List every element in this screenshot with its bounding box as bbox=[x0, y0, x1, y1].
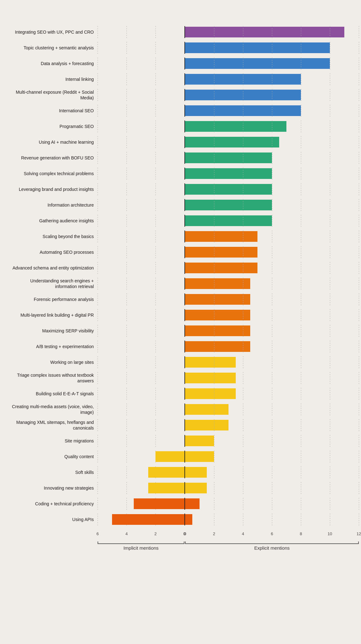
chart-row: Maximizing SERP visibility bbox=[9, 324, 352, 338]
bar-label: Programatic SEO bbox=[9, 124, 98, 129]
chart-row: Site migrations bbox=[9, 434, 352, 448]
bar-label: Triage complex issues without textbook a… bbox=[9, 372, 98, 384]
bar-label: Quality content bbox=[9, 454, 98, 459]
bar-label: Using AI + machine learning bbox=[9, 139, 98, 145]
bar-label: Managing XML sitemaps, hreflangs and can… bbox=[9, 419, 98, 431]
bar-label: Integrating SEO with UX, PPC and CRO bbox=[9, 29, 98, 35]
chart-row: Using APIs bbox=[9, 513, 352, 526]
bar-label: Understanding search engines + informati… bbox=[9, 278, 98, 289]
chart-row: Scaling beyond the basics bbox=[9, 230, 352, 243]
chart-row: Using AI + machine learning bbox=[9, 135, 352, 149]
bar-label: International SEO bbox=[9, 108, 98, 114]
chart-row: Forensic performance analysis bbox=[9, 292, 352, 306]
chart-row: Innovating new strategies bbox=[9, 481, 352, 495]
chart-row: Automating SEO processes bbox=[9, 245, 352, 259]
bar-label: Revenue generation with BOFU SEO bbox=[9, 155, 98, 161]
bar-label: Internal linking bbox=[9, 76, 98, 82]
chart-row: Revenue generation with BOFU SEO bbox=[9, 151, 352, 165]
axis-explicit-label: Explicit mentions bbox=[185, 545, 359, 551]
chart-row: Soft skills bbox=[9, 465, 352, 479]
chart-row: Leveraging brand and product insights bbox=[9, 182, 352, 196]
chart-container: Integrating SEO with UX, PPC and CROTopi… bbox=[9, 25, 352, 551]
bar-label: Coding + technical proficiency bbox=[9, 501, 98, 507]
chart-row: Internal linking bbox=[9, 72, 352, 86]
chart-row: Solving complex technical problems bbox=[9, 167, 352, 180]
chart-row: Creating multi-media assets (voice, vide… bbox=[9, 402, 352, 416]
bar-label: Creating multi-media assets (voice, vide… bbox=[9, 404, 98, 415]
axis-implicit-label: Implicit mentions bbox=[98, 545, 184, 551]
bar-label: Gathering audience insights bbox=[9, 218, 98, 224]
bar-label: Building solid E-E-A-T signals bbox=[9, 391, 98, 397]
bar-label: Information architecture bbox=[9, 202, 98, 208]
bar-label: Multi-layered link building + digital PR bbox=[9, 312, 98, 318]
bar-label: A/B testing + experimentation bbox=[9, 344, 98, 349]
chart-row: International SEO bbox=[9, 104, 352, 118]
bar-label: Leveraging brand and product insights bbox=[9, 186, 98, 192]
bar-label: Scaling beyond the basics bbox=[9, 234, 98, 239]
bar-label: Working on large sites bbox=[9, 359, 98, 365]
bar-label: Data analysis + forecasting bbox=[9, 61, 98, 66]
bar-label: Soft skills bbox=[9, 469, 98, 475]
chart-row: Multi-layered link building + digital PR bbox=[9, 308, 352, 322]
bar-label: Topic clustering + semantic analysis bbox=[9, 45, 98, 51]
bar-label: Innovating new strategies bbox=[9, 485, 98, 491]
chart-row: Working on large sites bbox=[9, 355, 352, 369]
bar-label: Multi-channel exposure (Reddit + Social … bbox=[9, 89, 98, 101]
axis-category-row: Implicit mentionsExplicit mentions bbox=[9, 541, 352, 551]
chart-row: Advanced schema and entity optimization bbox=[9, 261, 352, 275]
chart-row: Data analysis + forecasting bbox=[9, 57, 352, 70]
bar-label: Forensic performance analysis bbox=[9, 297, 98, 302]
chart-row: A/B testing + experimentation bbox=[9, 340, 352, 353]
bar-label: Advanced schema and entity optimization bbox=[9, 265, 98, 271]
axis-row: 6420024681012 bbox=[9, 531, 352, 539]
chart-row: Integrating SEO with UX, PPC and CRO bbox=[9, 25, 352, 39]
bar-label: Using APIs bbox=[9, 517, 98, 522]
bar-label: Site migrations bbox=[9, 438, 98, 444]
chart-row: Multi-channel exposure (Reddit + Social … bbox=[9, 88, 352, 102]
bar-label: Maximizing SERP visibility bbox=[9, 328, 98, 334]
chart-row: Programatic SEO bbox=[9, 119, 352, 133]
chart-row: Coding + technical proficiency bbox=[9, 497, 352, 511]
chart-row: Gathering audience insights bbox=[9, 214, 352, 228]
chart-row: Topic clustering + semantic analysis bbox=[9, 41, 352, 55]
chart-row: Quality content bbox=[9, 450, 352, 464]
chart-row: Understanding search engines + informati… bbox=[9, 277, 352, 291]
chart-row: Managing XML sitemaps, hreflangs and can… bbox=[9, 418, 352, 432]
bar-label: Automating SEO processes bbox=[9, 249, 98, 255]
chart-row: Triage complex issues without textbook a… bbox=[9, 371, 352, 385]
bar-label: Solving complex technical problems bbox=[9, 171, 98, 176]
chart-row: Information architecture bbox=[9, 198, 352, 212]
chart-row: Building solid E-E-A-T signals bbox=[9, 387, 352, 401]
